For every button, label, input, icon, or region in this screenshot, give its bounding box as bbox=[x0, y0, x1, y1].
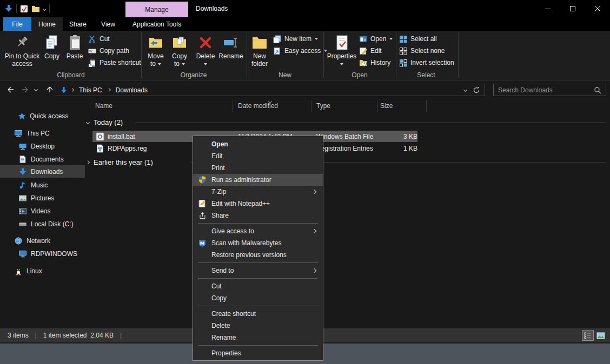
column-header-name[interactable]: Name bbox=[95, 102, 112, 110]
menu-item-properties[interactable]: Properties bbox=[193, 347, 323, 359]
menu-item-print[interactable]: Print bbox=[193, 162, 323, 174]
manage-contextual-tab[interactable]: Manage bbox=[125, 2, 188, 17]
copy-to-label: Copy to bbox=[170, 52, 189, 68]
rename-button[interactable]: Rename bbox=[217, 33, 244, 60]
history-button[interactable]: History bbox=[359, 57, 390, 68]
refresh-icon[interactable] bbox=[473, 86, 480, 94]
properties-check-icon[interactable] bbox=[20, 5, 28, 13]
menu-item-7zip[interactable]: 7-Zip bbox=[193, 186, 323, 198]
invert-selection-button[interactable]: Invert selection bbox=[399, 57, 454, 68]
back-icon[interactable] bbox=[6, 85, 15, 94]
title-bar: Manage Downloads bbox=[0, 0, 610, 17]
edit-button[interactable]: Edit bbox=[359, 45, 382, 56]
menu-item-scan-with-malwarebytes[interactable]: Scan with Malwarebytes bbox=[193, 237, 323, 249]
new-folder-button[interactable]: New folder bbox=[248, 33, 271, 68]
menu-item-edit-with-notepadpp[interactable]: Edit with Notepad++ bbox=[193, 198, 323, 210]
tab-file[interactable]: File bbox=[3, 17, 31, 31]
menu-item-run-as-administrator[interactable]: Run as administrator bbox=[193, 174, 323, 186]
group-collapsed-chevron[interactable] bbox=[86, 160, 90, 164]
column-header-size[interactable]: Size bbox=[380, 102, 393, 110]
search-icon[interactable] bbox=[594, 86, 601, 94]
details-view-icon bbox=[584, 332, 592, 339]
menu-item-delete[interactable]: Delete bbox=[193, 320, 323, 332]
cut-icon bbox=[88, 35, 96, 43]
sidebar-item-pictures[interactable]: Pictures bbox=[0, 192, 85, 204]
sidebar-item-downloads[interactable]: Downloads bbox=[0, 165, 85, 178]
qat-dropdown-chevron[interactable] bbox=[43, 6, 47, 10]
paste-shortcut-button[interactable]: Paste shortcut bbox=[88, 57, 141, 68]
address-downloads-icon bbox=[60, 86, 68, 94]
copy-path-button[interactable]: W... Copy path bbox=[88, 45, 129, 56]
search-input[interactable]: Search Downloads bbox=[493, 84, 606, 96]
quick-access-toolbar bbox=[4, 0, 50, 17]
menu-item-give-access-to[interactable]: Give access to bbox=[193, 225, 323, 237]
breadcrumb-chevron-1[interactable] bbox=[70, 88, 74, 92]
new-folder-qat-icon[interactable] bbox=[31, 5, 40, 12]
menu-item-copy[interactable]: Copy bbox=[193, 292, 323, 304]
cut-button[interactable]: Cut bbox=[88, 33, 110, 44]
menu-item-rename[interactable]: Rename bbox=[193, 332, 323, 343]
menu-item-edit[interactable]: Edit bbox=[193, 150, 323, 162]
group-expanded-chevron[interactable] bbox=[86, 120, 90, 124]
select-all-button[interactable]: Select all bbox=[399, 33, 437, 44]
thumbnail-view-button[interactable] bbox=[595, 330, 607, 341]
sidebar-item-local-disk[interactable]: Local Disk (C:) bbox=[0, 218, 85, 230]
column-header-type[interactable]: Type bbox=[316, 102, 330, 110]
breadcrumb-downloads[interactable]: Downloads bbox=[116, 86, 148, 94]
items-count: 3 items bbox=[8, 332, 29, 339]
close-button[interactable] bbox=[585, 0, 610, 17]
paste-button[interactable]: Paste bbox=[64, 33, 85, 60]
tab-share[interactable]: Share bbox=[63, 17, 93, 31]
recent-locations-chevron[interactable] bbox=[34, 87, 38, 91]
sidebar-item-rdpwindows[interactable]: RDPWINDOWS bbox=[0, 247, 85, 260]
group-header-today[interactable]: Today (2) bbox=[87, 118, 123, 126]
easy-access-button[interactable]: Easy access bbox=[273, 45, 327, 56]
column-header-date-modified[interactable]: Date modified bbox=[238, 102, 278, 110]
tab-view[interactable]: View bbox=[93, 17, 123, 31]
sidebar-item-desktop[interactable]: Desktop bbox=[0, 140, 85, 152]
maximize-button[interactable] bbox=[560, 0, 585, 17]
sidebar-item-this-pc[interactable]: This PC bbox=[0, 127, 85, 139]
menu-item-open[interactable]: Open bbox=[193, 138, 323, 150]
menu-item-share[interactable]: Share bbox=[193, 210, 323, 221]
menu-item-cut[interactable]: Cut bbox=[193, 280, 323, 292]
address-bar[interactable]: This PC Downloads bbox=[56, 84, 485, 96]
up-icon[interactable] bbox=[45, 85, 54, 94]
properties-button[interactable]: Properties bbox=[327, 33, 357, 68]
file-list-pane: Name Date modified Type Size Today (2) i… bbox=[85, 99, 610, 328]
svg-text:W...: W... bbox=[89, 50, 95, 53]
new-item-button[interactable]: New item bbox=[273, 33, 318, 44]
edit-icon bbox=[359, 47, 367, 55]
select-none-button[interactable]: Select none bbox=[399, 45, 445, 56]
sidebar-item-linux[interactable]: Linux bbox=[0, 265, 85, 277]
file-row-install-bat[interactable]: install.bat 11/1/2024 1:43 PM Windows Ba… bbox=[96, 131, 604, 142]
submenu-arrow-icon bbox=[312, 229, 316, 233]
breadcrumb-this-pc[interactable]: This PC bbox=[79, 86, 102, 94]
address-dropdown-chevron[interactable] bbox=[463, 88, 467, 92]
file-row-rdpapps-reg[interactable]: RDPApps.reg Registration Entries 1 KB bbox=[96, 143, 604, 154]
sidebar-item-quick-access[interactable]: Quick access bbox=[0, 110, 85, 122]
pin-to-quick-access-button[interactable]: Pin to Quick access bbox=[4, 33, 40, 68]
sidebar-item-documents[interactable]: Documents bbox=[0, 153, 85, 165]
menu-item-send-to[interactable]: Send to bbox=[193, 265, 323, 277]
tab-home[interactable]: Home bbox=[31, 17, 63, 31]
move-to-button[interactable]: Move to bbox=[145, 33, 167, 68]
menu-item-create-shortcut[interactable]: Create shortcut bbox=[193, 308, 323, 320]
copy-to-button[interactable]: Copy to bbox=[169, 33, 190, 68]
history-icon bbox=[359, 59, 367, 67]
menu-item-restore-previous-versions[interactable]: Restore previous versions bbox=[193, 249, 323, 261]
submenu-arrow-icon bbox=[312, 268, 316, 273]
sidebar-item-music[interactable]: Music bbox=[0, 179, 85, 191]
selection-info: 1 item selected 2.04 KB bbox=[43, 332, 114, 339]
details-view-button[interactable] bbox=[582, 330, 594, 341]
sidebar-item-network[interactable]: Network bbox=[0, 234, 85, 247]
open-button[interactable]: Open bbox=[359, 33, 393, 44]
group-header-earlier[interactable]: Earlier this year (1) bbox=[87, 158, 153, 166]
sidebar-item-videos[interactable]: Videos bbox=[0, 205, 85, 217]
tab-application-tools[interactable]: Application Tools bbox=[125, 17, 188, 31]
minimize-button[interactable] bbox=[535, 0, 560, 17]
delete-button[interactable]: Delete bbox=[194, 33, 217, 68]
breadcrumb-chevron-2[interactable] bbox=[107, 88, 111, 92]
forward-icon[interactable] bbox=[21, 85, 29, 94]
copy-button[interactable]: Copy bbox=[41, 33, 63, 60]
